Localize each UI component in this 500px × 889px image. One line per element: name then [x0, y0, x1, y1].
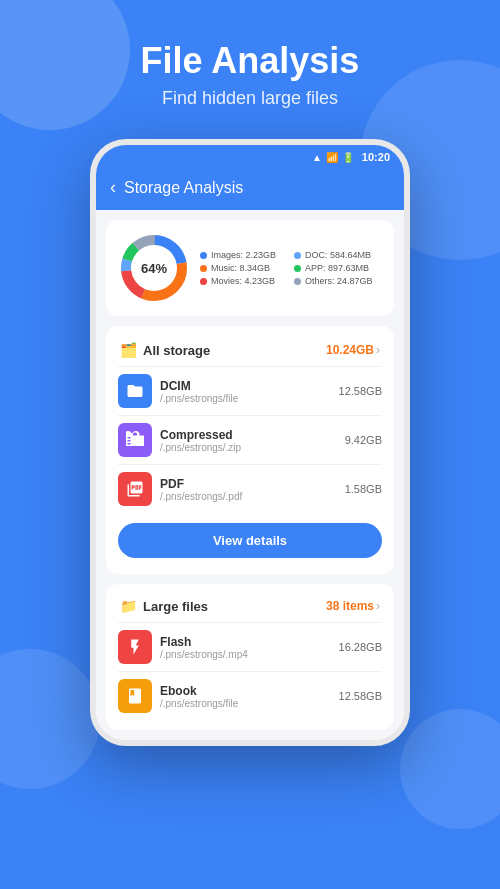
- file-item-pdf[interactable]: PDF /.pns/estrongs/.pdf 1.58GB: [118, 464, 382, 513]
- legend-dot-app: [294, 265, 301, 272]
- all-storage-header: 🗂️ All storage 10.24GB ›: [118, 338, 382, 366]
- legend-images: Images: 2.23GB: [200, 250, 288, 260]
- donut-percentage: 64%: [141, 261, 167, 276]
- phone-content: 64% Images: 2.23GB DOC: 584.64MB: [96, 210, 404, 740]
- flash-path: /.pns/estrongs/.mp4: [160, 649, 331, 660]
- status-time: 10:20: [362, 151, 390, 163]
- page-title: File Analysis: [30, 40, 470, 82]
- dcim-info: DCIM /.pns/estrongs/file: [160, 379, 331, 404]
- legend-movies: Movies: 4.23GB: [200, 276, 288, 286]
- pdf-path: /.pns/estrongs/.pdf: [160, 491, 337, 502]
- all-storage-card: 🗂️ All storage 10.24GB ›: [106, 326, 394, 574]
- file-item-compressed[interactable]: Compressed /.pns/estrongs/.zip 9.42GB: [118, 415, 382, 464]
- status-bar: ▲ 📶 🔋 10:20: [96, 145, 404, 169]
- page-subtitle: Find hidden large files: [30, 88, 470, 109]
- ebook-icon: [118, 679, 152, 713]
- file-item-dcim[interactable]: DCIM /.pns/estrongs/file 12.58GB: [118, 366, 382, 415]
- compressed-name: Compressed: [160, 428, 337, 442]
- dcim-path: /.pns/estrongs/file: [160, 393, 331, 404]
- back-button[interactable]: ‹: [110, 177, 116, 198]
- pdf-info: PDF /.pns/estrongs/.pdf: [160, 477, 337, 502]
- legend-dot-others: [294, 278, 301, 285]
- ebook-name: Ebook: [160, 684, 331, 698]
- legend-label-others: Others: 24.87GB: [305, 276, 373, 286]
- legend-label-app: APP: 897.63MB: [305, 263, 369, 273]
- legend-label-doc: DOC: 584.64MB: [305, 250, 371, 260]
- legend-label-movies: Movies: 4.23GB: [211, 276, 275, 286]
- ebook-size: 12.58GB: [339, 690, 382, 702]
- large-files-icon: 📁: [120, 598, 137, 614]
- file-item-ebook[interactable]: Ebook /.pns/estrongs/file 12.58GB: [118, 671, 382, 720]
- ebook-info: Ebook /.pns/estrongs/file: [160, 684, 331, 709]
- large-files-title-row: 📁 Large files: [120, 598, 208, 614]
- battery-icon: 🔋: [342, 152, 354, 163]
- flash-size: 16.28GB: [339, 641, 382, 653]
- legend-label-images: Images: 2.23GB: [211, 250, 276, 260]
- all-storage-arrow: ›: [376, 343, 380, 357]
- large-files-count: 38 items: [326, 599, 374, 613]
- phone-mockup: ▲ 📶 🔋 10:20 ‹ Storage Analysis: [0, 139, 500, 746]
- legend-doc: DOC: 584.64MB: [294, 250, 382, 260]
- compressed-icon: [118, 423, 152, 457]
- signal-icon: 📶: [326, 152, 338, 163]
- flash-name: Flash: [160, 635, 331, 649]
- compressed-size: 9.42GB: [345, 434, 382, 446]
- ebook-path: /.pns/estrongs/file: [160, 698, 331, 709]
- legend-label-music: Music: 8.34GB: [211, 263, 270, 273]
- all-storage-title-row: 🗂️ All storage: [120, 342, 210, 358]
- legend-dot-music: [200, 265, 207, 272]
- donut-chart: 64%: [118, 232, 190, 304]
- file-item-flash[interactable]: Flash /.pns/estrongs/.mp4 16.28GB: [118, 622, 382, 671]
- pdf-icon: [118, 472, 152, 506]
- compressed-info: Compressed /.pns/estrongs/.zip: [160, 428, 337, 453]
- pdf-name: PDF: [160, 477, 337, 491]
- large-files-title: Large files: [143, 599, 208, 614]
- legend-music: Music: 8.34GB: [200, 263, 288, 273]
- all-storage-size: 10.24GB: [326, 343, 374, 357]
- dcim-name: DCIM: [160, 379, 331, 393]
- all-storage-meta[interactable]: 10.24GB ›: [326, 343, 380, 357]
- legend-others: Others: 24.87GB: [294, 276, 382, 286]
- flash-info: Flash /.pns/estrongs/.mp4: [160, 635, 331, 660]
- flash-icon: [118, 630, 152, 664]
- phone-body: ▲ 📶 🔋 10:20 ‹ Storage Analysis: [90, 139, 410, 746]
- legend-app: APP: 897.63MB: [294, 263, 382, 273]
- large-files-header: 📁 Large files 38 items ›: [118, 594, 382, 622]
- chart-legend: Images: 2.23GB DOC: 584.64MB Music: 8.34…: [200, 250, 382, 286]
- chart-section: 64% Images: 2.23GB DOC: 584.64MB: [118, 232, 382, 304]
- large-files-arrow: ›: [376, 599, 380, 613]
- wifi-icon: ▲: [312, 152, 322, 163]
- pdf-size: 1.58GB: [345, 483, 382, 495]
- app-header: ‹ Storage Analysis: [96, 169, 404, 210]
- all-storage-title: All storage: [143, 343, 210, 358]
- app-header-title: Storage Analysis: [124, 179, 243, 197]
- legend-dot-images: [200, 252, 207, 259]
- legend-dot-doc: [294, 252, 301, 259]
- all-storage-icon: 🗂️: [120, 342, 137, 358]
- page-header: File Analysis Find hidden large files: [0, 0, 500, 129]
- view-details-button[interactable]: View details: [118, 523, 382, 558]
- legend-dot-movies: [200, 278, 207, 285]
- dcim-size: 12.58GB: [339, 385, 382, 397]
- dcim-icon: [118, 374, 152, 408]
- status-icons: ▲ 📶 🔋 10:20: [312, 151, 390, 163]
- storage-chart-card: 64% Images: 2.23GB DOC: 584.64MB: [106, 220, 394, 316]
- compressed-path: /.pns/estrongs/.zip: [160, 442, 337, 453]
- large-files-card: 📁 Large files 38 items ›: [106, 584, 394, 730]
- large-files-meta[interactable]: 38 items ›: [326, 599, 380, 613]
